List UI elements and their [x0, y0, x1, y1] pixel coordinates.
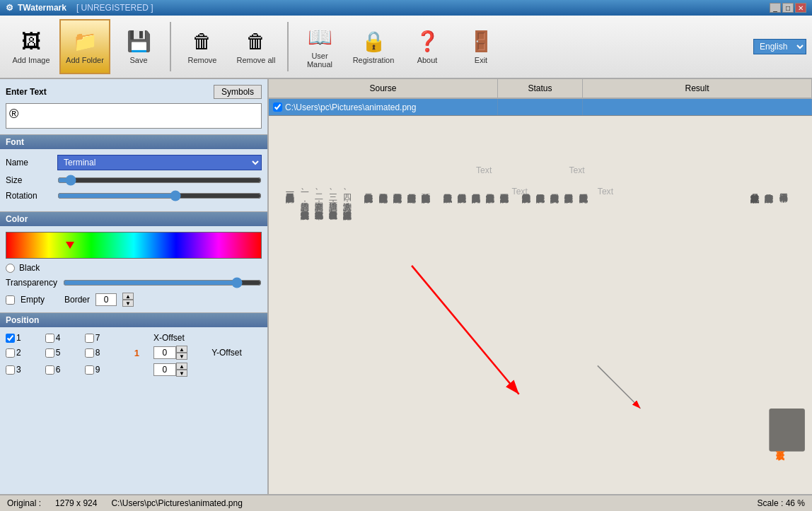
- left-panel: Enter Text Symbols ® Font Name Terminal …: [0, 79, 269, 494]
- about-button[interactable]: ❓ About: [402, 19, 453, 74]
- source-column-header: Sourse: [269, 79, 498, 98]
- add-folder-label: Add Folder: [66, 56, 104, 64]
- transparency-row: Transparency: [6, 277, 262, 288]
- pos-6: 6: [45, 365, 81, 375]
- pos-7-checkbox[interactable]: [85, 334, 94, 343]
- border-up-btn[interactable]: ▲: [122, 293, 134, 300]
- registration-label: Registration: [353, 56, 395, 64]
- user-manual-button[interactable]: 📖 User Manual: [294, 19, 345, 74]
- pos-1-checkbox[interactable]: [6, 334, 15, 343]
- exit-button[interactable]: 🚪 Exit: [456, 19, 506, 74]
- pos-4-checkbox[interactable]: [45, 334, 54, 343]
- svg-text:農家收支調查農業所得及生活水準統計: 農家收支調查農業所得及生活水準統計: [486, 194, 494, 204]
- save-icon: 💾: [127, 30, 151, 53]
- titlebar: ⚙ TWatermark [ UNREGISTERED ] _ □ ✕: [0, 0, 812, 16]
- font-rotation-slider[interactable]: [57, 190, 262, 201]
- black-radio[interactable]: [6, 264, 15, 273]
- x-offset-label-header: X-Offset: [153, 333, 207, 343]
- x-offset-input[interactable]: [153, 346, 176, 359]
- border-label: Border: [64, 295, 90, 305]
- svg-text:農業試驗研究工作概況統計報告: 農業試驗研究工作概況統計報告: [579, 194, 588, 204]
- svg-text:農業合作社組織概況調查統計報告: 農業合作社組織概況調查統計報告: [536, 194, 545, 204]
- font-section-header: Font: [0, 135, 267, 149]
- minimize-button[interactable]: _: [770, 3, 781, 13]
- add-folder-icon: 📁: [73, 30, 98, 53]
- pos-6-checkbox[interactable]: [45, 365, 54, 375]
- y-offset-up[interactable]: ▲: [176, 363, 187, 370]
- remove-button[interactable]: 🗑 Remove: [177, 19, 228, 74]
- pos-8-checkbox[interactable]: [85, 348, 94, 358]
- text-row: Enter Text Symbols: [6, 85, 262, 99]
- svg-text:Text: Text: [476, 165, 492, 175]
- tile-value: 1: [124, 348, 149, 358]
- main-area: Enter Text Symbols ® Font Name Terminal …: [0, 79, 812, 494]
- y-offset-down[interactable]: ▼: [176, 370, 187, 377]
- svg-text:肥料農藥使用量統計調查農業投入品: 肥料農藥使用量統計調查農業投入品: [472, 194, 481, 204]
- font-name-label: Name: [6, 158, 52, 168]
- add-image-button[interactable]: 🖼 Add Image: [6, 19, 57, 74]
- text-input-field[interactable]: ®: [6, 103, 262, 129]
- save-button[interactable]: 💾 Save: [113, 19, 164, 74]
- svg-text:特用作物如甘蔗茶葉香蕉等之生產統計: 特用作物如甘蔗茶葉香蕉等之生產統計: [407, 194, 417, 204]
- remove-all-button[interactable]: 🗑 Remove all: [231, 19, 282, 74]
- font-name-select[interactable]: Terminal Arial Times New Roman: [57, 155, 262, 170]
- remove-icon: 🗑: [192, 30, 212, 53]
- font-rotation-slider-container: [57, 190, 262, 201]
- pos-3: 3: [6, 365, 41, 375]
- svg-text:漁業生產統計各種魚類漁獲量及漁船數量: 漁業生產統計各種魚類漁獲量及漁船數量: [443, 194, 452, 204]
- pos-2-checkbox[interactable]: [6, 348, 15, 358]
- border-down-btn[interactable]: ▼: [122, 300, 134, 307]
- enter-text-label: Enter Text: [6, 87, 47, 97]
- user-manual-icon: 📖: [308, 25, 332, 49]
- source-cell: C:\Users\pc\Pictures\animated.png: [269, 99, 498, 115]
- pos-1-label: 1: [16, 333, 21, 343]
- scale-info: Scale : 46 %: [758, 498, 805, 508]
- transparency-slider-container: [63, 277, 262, 288]
- color-picker[interactable]: [6, 232, 262, 259]
- about-icon: ❓: [415, 30, 440, 53]
- black-label: Black: [19, 263, 40, 273]
- add-folder-button[interactable]: 📁 Add Folder: [59, 19, 110, 74]
- x-offset-down[interactable]: ▼: [176, 353, 187, 360]
- pos-1: 1: [6, 333, 41, 343]
- transparency-label: Transparency: [6, 278, 57, 288]
- original-dimensions: 1279 x 924: [55, 498, 97, 508]
- font-size-slider[interactable]: [57, 175, 262, 186]
- registration-button[interactable]: 🔒 Registration: [348, 19, 399, 74]
- file-row-checkbox[interactable]: [273, 102, 282, 112]
- black-checkbox-row: Black: [6, 263, 262, 273]
- exit-icon: 🚪: [469, 30, 494, 53]
- pos-9-label: 9: [95, 365, 100, 375]
- border-input[interactable]: [95, 293, 117, 306]
- x-offset-up[interactable]: ▲: [176, 346, 187, 353]
- registration-icon: 🔒: [361, 30, 386, 53]
- toolbar-sep-1: [170, 22, 171, 71]
- file-table-row: C:\Users\pc\Pictures\animated.png: [269, 99, 812, 116]
- preview-area: Text Text Text Text 三十二年一月二十三日至三月三十一日止農業…: [269, 116, 812, 494]
- transparency-slider[interactable]: [63, 277, 262, 288]
- svg-text:旱稻及各種雜糧作物之生產面積及收穫量統計: 旱稻及各種雜糧作物之生產面積及收穫量統計: [379, 194, 388, 204]
- maximize-button[interactable]: □: [782, 3, 794, 13]
- svg-text:下载册: 下载册: [775, 451, 785, 461]
- empty-checkbox[interactable]: [6, 295, 15, 305]
- pos-5-label: 5: [56, 348, 61, 358]
- svg-text:Text: Text: [569, 165, 585, 175]
- remove-label: Remove: [188, 56, 217, 64]
- language-select[interactable]: English Chinese Russian: [753, 39, 806, 54]
- text-section: Enter Text Symbols ®: [0, 79, 267, 135]
- font-size-slider-container: [57, 175, 262, 186]
- svg-text:四、調查方法：採用抽樣調查方式辦理: 四、調查方法：採用抽樣調查方式辦理: [342, 187, 352, 221]
- font-size-label: Size: [6, 175, 52, 185]
- svg-text:一、調查目的：本次調查係為了解當前農業生產情形: 一、調查目的：本次調查係為了解當前農業生產情形: [300, 187, 310, 221]
- text-value: ®: [9, 107, 18, 121]
- pos-2: 2: [6, 348, 41, 358]
- statusbar-file-path: C:\Users\pc\Pictures\animated.png: [111, 498, 242, 508]
- pos-9-checkbox[interactable]: [85, 365, 94, 375]
- symbols-button[interactable]: Symbols: [214, 85, 262, 99]
- close-button[interactable]: ✕: [795, 3, 806, 13]
- pos-5-checkbox[interactable]: [45, 348, 54, 358]
- y-offset-input[interactable]: [153, 363, 176, 376]
- position-grid: 1 4 7 X-Offset 2: [6, 333, 262, 377]
- pos-2-label: 2: [16, 348, 21, 358]
- pos-3-checkbox[interactable]: [6, 365, 15, 375]
